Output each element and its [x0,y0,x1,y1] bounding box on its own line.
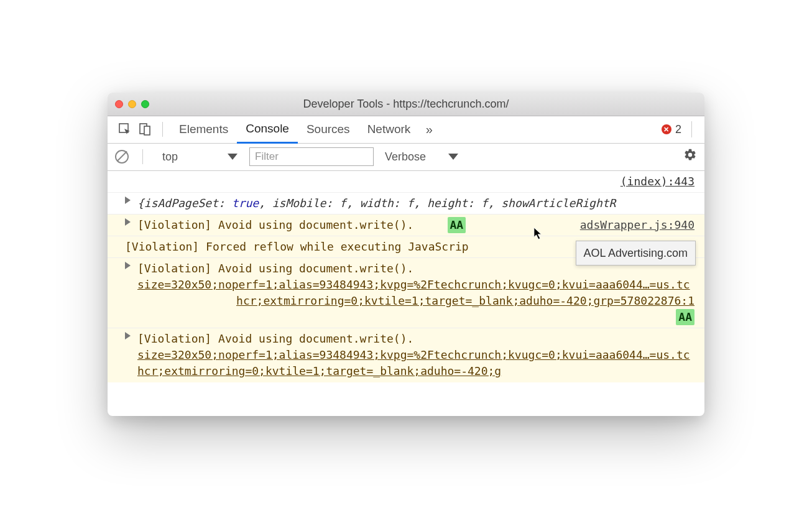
obj-rest: , isMobile: f, width: f, height: f, show… [259,196,616,210]
error-count-value: 2 [675,123,681,136]
console-source-line: (index):443 [108,171,704,193]
expand-icon[interactable] [125,262,131,269]
obj-prefix: {isAdPageSet: [137,196,232,210]
maximize-window-button[interactable] [141,100,149,108]
tab-console[interactable]: Console [237,116,298,144]
inspect-element-icon[interactable] [115,119,135,139]
divider [691,121,692,137]
expand-icon[interactable] [125,332,131,339]
chevron-down-icon [228,154,238,160]
console-row-violation: [Violation] Avoid using document.write()… [108,328,704,382]
violation-detail-link[interactable]: size=320x50;noperf=1;alias=93484943;kvpg… [137,347,694,379]
filter-input[interactable]: Filter [249,147,374,166]
minimize-window-button[interactable] [128,100,136,108]
source-link[interactable]: (index):443 [621,175,694,188]
divider [162,122,163,137]
third-party-badge[interactable]: AA [448,217,466,233]
tab-elements[interactable]: Elements [170,116,237,143]
expand-icon[interactable] [125,218,131,226]
third-party-badge[interactable]: AA [676,309,694,325]
log-level-selector[interactable]: Verbose [380,148,463,166]
filter-placeholder: Filter [255,150,279,163]
violation-text: [Violation] Avoid using document.write()… [137,218,413,231]
expand-icon[interactable] [125,196,131,204]
badge-tooltip: AOL Advertising.com [576,241,696,266]
close-window-button[interactable] [115,100,123,108]
violation-detail-link[interactable]: size=320x50;noperf=1;alias=93484943;kvpg… [137,277,694,309]
console-row-object: {isAdPageSet: true, isMobile: f, width: … [108,193,704,215]
console-row-violation: adsWrapper.js:940 [Violation] Avoid usin… [108,215,704,236]
error-icon: ✕ [662,124,671,134]
console-output: (index):443 {isAdPageSet: true, isMobile… [108,171,704,416]
console-toolbar: top Filter Verbose [108,144,704,171]
titlebar: Developer Tools - https://techcrunch.com… [108,93,704,116]
window-title: Developer Tools - https://techcrunch.com… [108,98,704,111]
tab-network[interactable]: Network [359,116,420,143]
more-tabs-button[interactable]: » [419,122,439,137]
chevron-down-icon [448,154,458,160]
violation-text: [Violation] Forced reflow while executin… [125,240,469,253]
tab-bar: Elements Console Sources Network » ✕ 2 [108,116,704,144]
console-row-violation: [Violation] Avoid using document.write()… [108,258,704,328]
device-toolbar-icon[interactable] [135,119,155,139]
obj-true: true [232,196,259,210]
settings-icon[interactable] [683,148,697,165]
level-label: Verbose [385,150,426,164]
clear-console-icon[interactable] [115,150,129,164]
traffic-lights [115,100,149,108]
devtools-window: Developer Tools - https://techcrunch.com… [108,93,704,416]
error-count[interactable]: ✕ 2 [662,121,697,137]
context-label: top [162,150,178,164]
divider [142,149,143,164]
tab-sources[interactable]: Sources [298,116,359,143]
svg-rect-2 [144,126,150,135]
context-selector[interactable]: top [157,147,243,167]
source-link[interactable]: adsWrapper.js:940 [580,217,694,233]
violation-text: [Violation] Avoid using document.write()… [137,331,694,347]
